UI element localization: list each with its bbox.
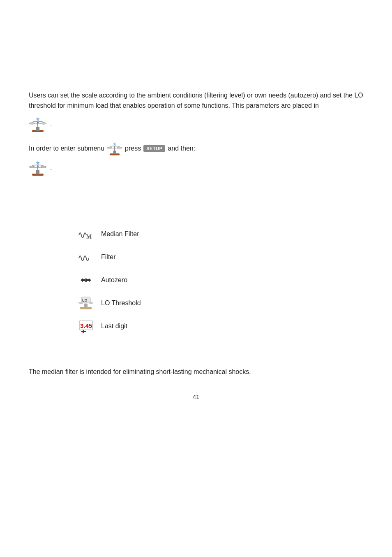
scale-icon-1 [29,115,47,133]
intro-paragraph: Users can set the scale according to the… [29,91,363,111]
menu-list: M Median Filter Filter [78,226,363,334]
dot-2: . [50,164,52,172]
scale-icon-row-2: . [29,159,363,177]
svg-point-4 [41,123,46,124]
menu-item-filter: Filter [78,249,363,265]
menu-item-autozero: Autozero [78,272,363,288]
svg-rect-1 [36,127,39,131]
lo-threshold-icon: LO [78,295,94,311]
bottom-text: The median filter is intended for elimin… [29,367,363,377]
submenu-text-after: and then: [168,145,195,152]
svg-rect-17 [36,170,39,174]
svg-point-20 [41,166,46,168]
menu-item-last-digit: 3.45 Last digit [78,318,363,334]
filter-label: Filter [101,253,116,261]
svg-point-19 [29,166,35,168]
last-digit-icon: 3.45 [78,318,94,334]
dot-1: . [50,121,52,128]
svg-point-12 [117,147,122,148]
svg-marker-7 [36,117,40,121]
median-filter-label: Median Filter [101,230,139,238]
svg-rect-9 [113,151,116,154]
autozero-icon [78,272,94,288]
page-number: 41 [29,393,363,400]
svg-point-3 [29,123,35,124]
page: Users can set the scale according to the… [0,0,392,557]
submenu-text-middle: press [125,145,141,152]
svg-point-11 [107,147,112,148]
svg-marker-23 [36,160,40,165]
last-digit-label: Last digit [101,323,127,330]
svg-text:M: M [86,234,92,240]
submenu-row: In order to enter submenu press SETUP an… [29,141,363,156]
menu-item-lo-threshold: LO LO Threshold [78,295,363,311]
scale-icon-2 [29,159,47,177]
lo-threshold-label: LO Threshold [101,299,141,307]
median-filter-icon: M [78,226,94,242]
filter-icon [78,249,94,265]
svg-text:3.45: 3.45 [80,322,92,329]
submenu-text-before: In order to enter submenu [29,145,104,152]
menu-item-median-filter: M Median Filter [78,226,363,242]
svg-rect-29 [84,304,88,307]
svg-text:LO: LO [82,298,88,302]
setup-badge: SETUP [143,145,165,152]
scale-icon-submenu [107,141,122,156]
scale-icon-row-1: . [29,115,363,133]
autozero-label: Autozero [101,276,127,284]
svg-marker-15 [113,142,117,146]
